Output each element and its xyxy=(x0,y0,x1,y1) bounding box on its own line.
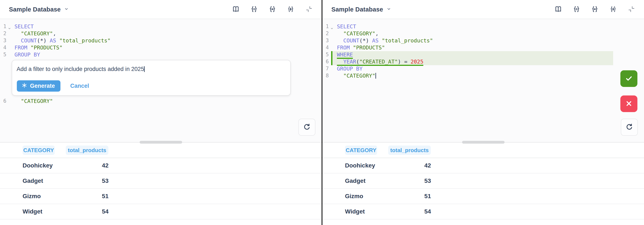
accept-changes-button[interactable] xyxy=(620,70,638,87)
line-number: 1 xyxy=(322,23,329,30)
code-line-5[interactable]: 5GROUP BY xyxy=(0,51,322,58)
cell-category[interactable]: Gizmo xyxy=(22,189,41,204)
code-line-3[interactable]: 3 COUNT(*) AS "total_products" xyxy=(322,37,644,44)
cell-total-products[interactable]: 53 xyxy=(388,173,431,188)
minimize-editor-button[interactable] xyxy=(628,5,636,14)
column-header-total_products[interactable]: total_products xyxy=(66,145,108,155)
column-header-total_products[interactable]: total_products xyxy=(388,145,431,155)
cell-total-products[interactable]: 54 xyxy=(66,204,108,219)
database-picker[interactable]: Sample Database xyxy=(9,6,69,13)
data-reference-button[interactable] xyxy=(232,5,240,14)
results-header: CATEGORYtotal_products xyxy=(322,143,644,158)
resize-handle[interactable] xyxy=(462,141,504,144)
editor-toolbar xyxy=(554,5,636,14)
table-row: Gizmo 51 xyxy=(0,189,322,204)
cell-category[interactable]: Widget xyxy=(345,204,365,219)
code-line-8[interactable]: 8 "CATEGORY" xyxy=(322,72,644,79)
database-picker[interactable]: Sample Database xyxy=(331,6,391,13)
variables-icon xyxy=(591,6,598,14)
code-line-6[interactable]: 6 YEAR("CREATED_AT") = 2025 xyxy=(322,58,644,65)
format-query-button[interactable] xyxy=(250,5,258,14)
database-name: Sample Database xyxy=(9,6,61,13)
code-line-7[interactable]: 7GROUP BY xyxy=(322,65,644,72)
ai-prompt-value: Add a filter to only include products ad… xyxy=(16,66,144,72)
table-row: Gizmo 51 xyxy=(322,189,644,204)
editor-header: Sample Database xyxy=(0,0,322,19)
format-query-icon xyxy=(573,6,580,14)
format-query-icon xyxy=(250,6,258,14)
cell-category[interactable]: Doohickey xyxy=(345,158,375,173)
code-line-1[interactable]: 1SELECT xyxy=(322,23,644,30)
cell-total-products[interactable]: 53 xyxy=(66,173,108,188)
line-number: 3 xyxy=(322,37,329,44)
sql-editor[interactable]: 1SELECT2 "CATEGORY",3 COUNT(*) AS "total… xyxy=(322,20,644,142)
format-query-button[interactable] xyxy=(572,5,580,14)
cell-total-products[interactable]: 42 xyxy=(388,158,431,173)
chevron-down-icon xyxy=(386,7,391,12)
code-line-4[interactable]: 4FROM "PRODUCTS" xyxy=(0,44,322,51)
code-line-6[interactable]: 6 "CATEGORY" xyxy=(0,98,322,105)
results-table: CATEGORYtotal_products Doohickey 42 Gadg… xyxy=(322,143,644,225)
cell-total-products[interactable]: 54 xyxy=(388,204,431,219)
snippets-icon xyxy=(287,6,294,14)
results-header: CATEGORYtotal_products xyxy=(0,143,322,158)
reject-changes-button[interactable] xyxy=(620,95,638,112)
cell-category[interactable]: Gadget xyxy=(22,173,43,188)
check-icon xyxy=(625,74,633,83)
cell-category[interactable]: Gadget xyxy=(345,173,366,188)
table-row: Gadget 53 xyxy=(322,173,644,189)
sparkle-icon xyxy=(22,82,27,90)
data-reference-icon xyxy=(232,6,240,14)
line-number: 4 xyxy=(0,44,6,51)
minimize-editor-button[interactable] xyxy=(305,5,313,14)
run-query-button[interactable] xyxy=(298,119,316,136)
snippets-button[interactable] xyxy=(287,5,295,14)
variables-button[interactable] xyxy=(591,5,599,14)
code-line-3[interactable]: 3 COUNT(*) AS "total_products" xyxy=(0,37,322,44)
diff-inserted-text: WHERE xyxy=(337,52,353,59)
database-name: Sample Database xyxy=(331,6,383,13)
editor-header: Sample Database xyxy=(322,0,644,19)
line-number: 2 xyxy=(0,30,6,37)
snippets-button[interactable] xyxy=(609,5,617,14)
code-line-5[interactable]: 5WHERE xyxy=(322,51,644,58)
line-number: 8 xyxy=(322,72,329,79)
diff-insert-bar xyxy=(331,51,332,58)
ai-prompt-input[interactable]: Add a filter to only include products ad… xyxy=(16,66,286,72)
refresh-icon xyxy=(625,123,634,132)
resize-handle[interactable] xyxy=(140,141,182,144)
line-number: 5 xyxy=(0,51,6,58)
diff-inserted-text: YEAR("CREATED_AT") = 2025 xyxy=(337,59,423,66)
column-header-category[interactable]: CATEGORY xyxy=(22,145,55,155)
code-line-2[interactable]: 2 "CATEGORY", xyxy=(322,30,644,37)
sql-diff-view: Sample Database 1SELECT2 "CATEGORY",3 CO… xyxy=(0,0,644,225)
cell-total-products[interactable]: 42 xyxy=(66,158,108,173)
generate-button[interactable]: Generate xyxy=(17,80,60,92)
data-reference-icon xyxy=(554,6,562,14)
refresh-icon xyxy=(303,123,311,132)
chevron-down-icon xyxy=(64,7,69,12)
cell-total-products[interactable]: 51 xyxy=(388,189,431,204)
cell-category[interactable]: Gizmo xyxy=(345,189,363,204)
code-line-4[interactable]: 4FROM "PRODUCTS" xyxy=(322,44,644,51)
cancel-button[interactable]: Cancel xyxy=(70,83,89,89)
run-query-button[interactable] xyxy=(621,119,638,136)
line-number: 4 xyxy=(322,44,329,51)
data-reference-button[interactable] xyxy=(554,5,562,14)
code-line-2[interactable]: 2 "CATEGORY", xyxy=(0,30,322,37)
variables-button[interactable] xyxy=(268,5,276,14)
column-header-category[interactable]: CATEGORY xyxy=(345,145,377,155)
line-number: 6 xyxy=(0,98,6,105)
minimize-editor-icon xyxy=(306,6,313,14)
cell-category[interactable]: Widget xyxy=(22,204,42,219)
cell-total-products[interactable]: 51 xyxy=(66,189,108,204)
code-line-1[interactable]: 1SELECT xyxy=(0,23,322,30)
line-number: 7 xyxy=(322,65,329,72)
variables-icon xyxy=(269,6,276,14)
sql-editor[interactable]: 1SELECT2 "CATEGORY",3 COUNT(*) AS "total… xyxy=(0,20,322,142)
line-number: 2 xyxy=(322,30,329,37)
line-number: 1 xyxy=(0,23,6,30)
cell-category[interactable]: Doohickey xyxy=(22,158,53,173)
line-number: 6 xyxy=(322,58,329,65)
results-table: CATEGORYtotal_products Doohickey 42 Gadg… xyxy=(0,143,322,225)
